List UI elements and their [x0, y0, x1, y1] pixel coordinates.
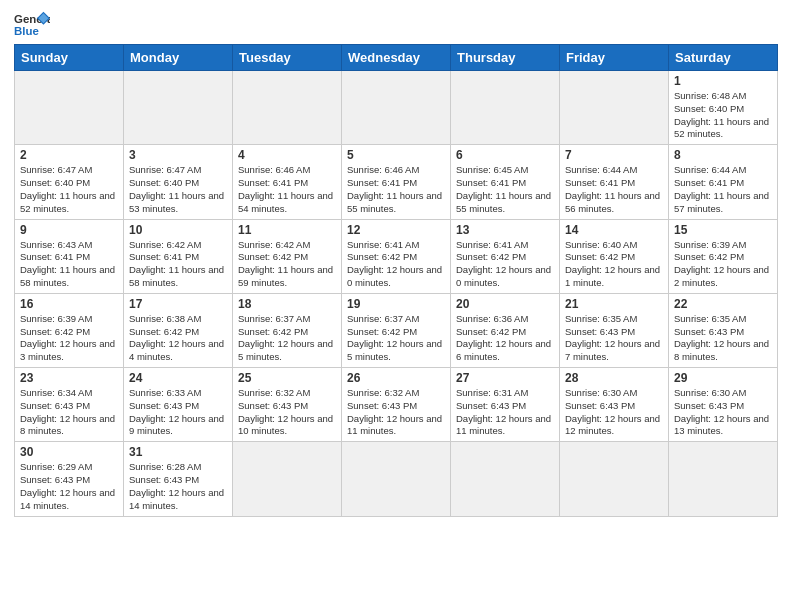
day-number: 13 [456, 223, 554, 237]
day-info: Sunrise: 6:48 AMSunset: 6:40 PMDaylight:… [674, 90, 772, 141]
calendar-cell: 18Sunrise: 6:37 AMSunset: 6:42 PMDayligh… [233, 293, 342, 367]
day-number: 29 [674, 371, 772, 385]
day-number: 17 [129, 297, 227, 311]
calendar-cell: 19Sunrise: 6:37 AMSunset: 6:42 PMDayligh… [342, 293, 451, 367]
weekday-header-friday: Friday [560, 45, 669, 71]
calendar-cell: 3Sunrise: 6:47 AMSunset: 6:40 PMDaylight… [124, 145, 233, 219]
calendar-cell: 21Sunrise: 6:35 AMSunset: 6:43 PMDayligh… [560, 293, 669, 367]
day-number: 11 [238, 223, 336, 237]
day-info: Sunrise: 6:30 AMSunset: 6:43 PMDaylight:… [565, 387, 663, 438]
page: General Blue SundayMondayTuesdayWednesda… [0, 0, 792, 612]
day-info: Sunrise: 6:45 AMSunset: 6:41 PMDaylight:… [456, 164, 554, 215]
day-number: 20 [456, 297, 554, 311]
calendar-week-row: 16Sunrise: 6:39 AMSunset: 6:42 PMDayligh… [15, 293, 778, 367]
day-number: 23 [20, 371, 118, 385]
calendar-week-row: 23Sunrise: 6:34 AMSunset: 6:43 PMDayligh… [15, 368, 778, 442]
calendar-cell [451, 442, 560, 516]
calendar-cell [669, 442, 778, 516]
day-info: Sunrise: 6:44 AMSunset: 6:41 PMDaylight:… [565, 164, 663, 215]
day-info: Sunrise: 6:41 AMSunset: 6:42 PMDaylight:… [456, 239, 554, 290]
day-info: Sunrise: 6:28 AMSunset: 6:43 PMDaylight:… [129, 461, 227, 512]
calendar-cell: 10Sunrise: 6:42 AMSunset: 6:41 PMDayligh… [124, 219, 233, 293]
day-number: 30 [20, 445, 118, 459]
calendar-cell: 4Sunrise: 6:46 AMSunset: 6:41 PMDaylight… [233, 145, 342, 219]
day-info: Sunrise: 6:46 AMSunset: 6:41 PMDaylight:… [238, 164, 336, 215]
calendar-cell: 17Sunrise: 6:38 AMSunset: 6:42 PMDayligh… [124, 293, 233, 367]
day-info: Sunrise: 6:37 AMSunset: 6:42 PMDaylight:… [347, 313, 445, 364]
day-number: 22 [674, 297, 772, 311]
calendar-cell: 29Sunrise: 6:30 AMSunset: 6:43 PMDayligh… [669, 368, 778, 442]
weekday-header-thursday: Thursday [451, 45, 560, 71]
calendar-cell: 27Sunrise: 6:31 AMSunset: 6:43 PMDayligh… [451, 368, 560, 442]
day-number: 2 [20, 148, 118, 162]
calendar-cell: 2Sunrise: 6:47 AMSunset: 6:40 PMDaylight… [15, 145, 124, 219]
day-info: Sunrise: 6:35 AMSunset: 6:43 PMDaylight:… [674, 313, 772, 364]
day-number: 25 [238, 371, 336, 385]
day-number: 12 [347, 223, 445, 237]
calendar-cell: 13Sunrise: 6:41 AMSunset: 6:42 PMDayligh… [451, 219, 560, 293]
weekday-header-tuesday: Tuesday [233, 45, 342, 71]
day-number: 1 [674, 74, 772, 88]
weekday-header-row: SundayMondayTuesdayWednesdayThursdayFrid… [15, 45, 778, 71]
calendar-cell: 16Sunrise: 6:39 AMSunset: 6:42 PMDayligh… [15, 293, 124, 367]
day-number: 5 [347, 148, 445, 162]
day-number: 26 [347, 371, 445, 385]
day-number: 7 [565, 148, 663, 162]
day-info: Sunrise: 6:39 AMSunset: 6:42 PMDaylight:… [20, 313, 118, 364]
weekday-header-wednesday: Wednesday [342, 45, 451, 71]
calendar-cell [342, 71, 451, 145]
calendar-cell: 14Sunrise: 6:40 AMSunset: 6:42 PMDayligh… [560, 219, 669, 293]
day-info: Sunrise: 6:31 AMSunset: 6:43 PMDaylight:… [456, 387, 554, 438]
day-info: Sunrise: 6:41 AMSunset: 6:42 PMDaylight:… [347, 239, 445, 290]
day-number: 14 [565, 223, 663, 237]
day-number: 31 [129, 445, 227, 459]
day-info: Sunrise: 6:44 AMSunset: 6:41 PMDaylight:… [674, 164, 772, 215]
day-number: 8 [674, 148, 772, 162]
calendar-table: SundayMondayTuesdayWednesdayThursdayFrid… [14, 44, 778, 517]
day-info: Sunrise: 6:32 AMSunset: 6:43 PMDaylight:… [347, 387, 445, 438]
calendar-cell: 15Sunrise: 6:39 AMSunset: 6:42 PMDayligh… [669, 219, 778, 293]
calendar-cell [233, 442, 342, 516]
day-info: Sunrise: 6:36 AMSunset: 6:42 PMDaylight:… [456, 313, 554, 364]
day-info: Sunrise: 6:33 AMSunset: 6:43 PMDaylight:… [129, 387, 227, 438]
day-number: 15 [674, 223, 772, 237]
calendar-cell [560, 71, 669, 145]
calendar-cell [124, 71, 233, 145]
weekday-header-sunday: Sunday [15, 45, 124, 71]
calendar-cell [15, 71, 124, 145]
header: General Blue [14, 10, 778, 38]
day-info: Sunrise: 6:29 AMSunset: 6:43 PMDaylight:… [20, 461, 118, 512]
svg-text:Blue: Blue [14, 25, 39, 37]
calendar-cell: 7Sunrise: 6:44 AMSunset: 6:41 PMDaylight… [560, 145, 669, 219]
calendar-week-row: 9Sunrise: 6:43 AMSunset: 6:41 PMDaylight… [15, 219, 778, 293]
day-info: Sunrise: 6:42 AMSunset: 6:41 PMDaylight:… [129, 239, 227, 290]
calendar-cell [233, 71, 342, 145]
day-number: 19 [347, 297, 445, 311]
day-info: Sunrise: 6:32 AMSunset: 6:43 PMDaylight:… [238, 387, 336, 438]
day-info: Sunrise: 6:42 AMSunset: 6:42 PMDaylight:… [238, 239, 336, 290]
day-info: Sunrise: 6:47 AMSunset: 6:40 PMDaylight:… [20, 164, 118, 215]
day-info: Sunrise: 6:40 AMSunset: 6:42 PMDaylight:… [565, 239, 663, 290]
calendar-cell: 26Sunrise: 6:32 AMSunset: 6:43 PMDayligh… [342, 368, 451, 442]
day-number: 18 [238, 297, 336, 311]
calendar-cell: 22Sunrise: 6:35 AMSunset: 6:43 PMDayligh… [669, 293, 778, 367]
calendar-cell: 30Sunrise: 6:29 AMSunset: 6:43 PMDayligh… [15, 442, 124, 516]
calendar-cell: 6Sunrise: 6:45 AMSunset: 6:41 PMDaylight… [451, 145, 560, 219]
calendar-cell: 23Sunrise: 6:34 AMSunset: 6:43 PMDayligh… [15, 368, 124, 442]
calendar-cell [342, 442, 451, 516]
calendar-cell: 11Sunrise: 6:42 AMSunset: 6:42 PMDayligh… [233, 219, 342, 293]
day-number: 6 [456, 148, 554, 162]
calendar-cell [451, 71, 560, 145]
day-number: 3 [129, 148, 227, 162]
day-info: Sunrise: 6:37 AMSunset: 6:42 PMDaylight:… [238, 313, 336, 364]
day-number: 24 [129, 371, 227, 385]
day-info: Sunrise: 6:46 AMSunset: 6:41 PMDaylight:… [347, 164, 445, 215]
calendar-cell: 1Sunrise: 6:48 AMSunset: 6:40 PMDaylight… [669, 71, 778, 145]
calendar-week-row: 1Sunrise: 6:48 AMSunset: 6:40 PMDaylight… [15, 71, 778, 145]
day-info: Sunrise: 6:47 AMSunset: 6:40 PMDaylight:… [129, 164, 227, 215]
day-number: 28 [565, 371, 663, 385]
generalblue-logo-icon: General Blue [14, 10, 50, 38]
day-info: Sunrise: 6:30 AMSunset: 6:43 PMDaylight:… [674, 387, 772, 438]
day-info: Sunrise: 6:38 AMSunset: 6:42 PMDaylight:… [129, 313, 227, 364]
day-info: Sunrise: 6:34 AMSunset: 6:43 PMDaylight:… [20, 387, 118, 438]
